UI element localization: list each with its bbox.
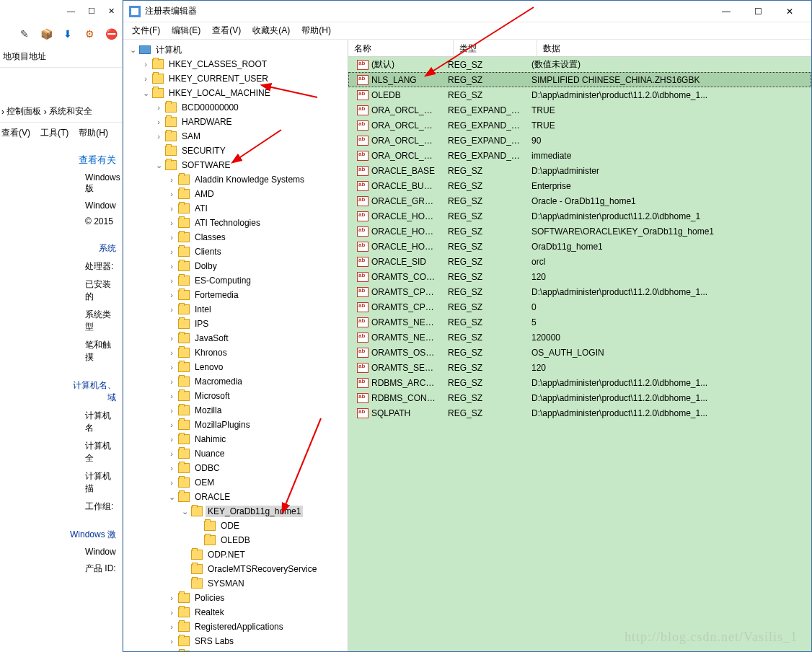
- value-row[interactable]: ORACLE_SIDREG_SZorcl: [348, 254, 811, 269]
- maximize-button[interactable]: ☐: [742, 1, 774, 22]
- expand-icon[interactable]: ›: [167, 334, 177, 343]
- maximize-icon[interactable]: ☐: [88, 6, 95, 16]
- value-row[interactable]: (默认)REG_SZ(数值未设置): [348, 57, 811, 72]
- tree-label[interactable]: KEY_OraDb11g_home1: [206, 506, 303, 517]
- tree-node[interactable]: ›Nahimic: [123, 432, 348, 446]
- menu-file[interactable]: 文件(F): [128, 23, 164, 38]
- tree-node[interactable]: ›Nuance: [123, 446, 348, 461]
- tree-node[interactable]: ›OEM: [123, 475, 348, 490]
- regedit-titlebar[interactable]: 注册表编辑器 — ☐ ✕: [123, 1, 811, 22]
- expand-icon[interactable]: ›: [167, 449, 177, 458]
- value-row[interactable]: ORACLE_GRO...REG_SZOracle - OraDb11g_hom…: [348, 193, 811, 208]
- expand-icon[interactable]: ›: [167, 363, 177, 371]
- expand-icon[interactable]: ›: [141, 60, 151, 69]
- value-row[interactable]: ORAMTS_OSC...REG_SZOS_AUTH_LOGIN: [348, 345, 811, 360]
- value-row[interactable]: SQLPATHREG_SZD:\app\administer\product\1…: [348, 405, 811, 420]
- tree-node[interactable]: ›Policies: [123, 591, 348, 605]
- tree-label[interactable]: Khronos: [193, 347, 229, 358]
- expand-icon[interactable]: ›: [167, 637, 177, 646]
- tree-node[interactable]: ›SAM: [123, 129, 348, 144]
- col-type[interactable]: 类型: [454, 40, 537, 56]
- tree-node[interactable]: IPS: [123, 317, 348, 331]
- tree-label[interactable]: SECURITY: [180, 145, 228, 157]
- tree-node[interactable]: ODE: [123, 519, 348, 533]
- tree-node[interactable]: OLEDB: [123, 533, 348, 547]
- tree-label[interactable]: HKEY_CURRENT_USER: [167, 73, 270, 84]
- expand-icon[interactable]: ›: [167, 420, 177, 429]
- value-row[interactable]: ORAMTS_CON...REG_SZ120: [348, 269, 811, 284]
- expand-icon[interactable]: ›: [141, 74, 151, 83]
- value-row[interactable]: ORACLE_HOMEREG_SZD:\app\administer\produ…: [348, 208, 811, 224]
- tree-node[interactable]: ›HKEY_CURRENT_USER: [123, 71, 348, 86]
- tree-node[interactable]: ⌄SOFTWARE: [123, 158, 348, 172]
- tree-node[interactable]: ›Dolby: [123, 259, 348, 273]
- tree-label[interactable]: ODE: [219, 520, 242, 532]
- tree-node[interactable]: ›Mozilla: [123, 403, 348, 418]
- pencil-icon[interactable]: ✎: [18, 27, 31, 40]
- value-row[interactable]: ORAMTS_NET...REG_SZ120000: [348, 330, 811, 345]
- expand-icon[interactable]: ›: [154, 118, 164, 126]
- tree-label[interactable]: AMD: [193, 188, 216, 200]
- value-row[interactable]: ORAMTS_NET...REG_SZ5: [348, 314, 811, 330]
- tree-label[interactable]: Microsoft: [193, 390, 232, 402]
- tree-node[interactable]: ›Classes: [123, 230, 348, 244]
- registry-tree[interactable]: ⌄计算机›HKEY_CLASSES_ROOT›HKEY_CURRENT_USER…: [123, 40, 348, 651]
- download-icon[interactable]: ⬇: [61, 27, 74, 40]
- tree-label[interactable]: Dolby: [193, 260, 219, 272]
- value-row[interactable]: ORACLE_BUN...REG_SZEnterprise: [348, 178, 811, 193]
- tree-node[interactable]: ›ES-Computing: [123, 273, 348, 288]
- expand-icon[interactable]: ›: [167, 348, 177, 357]
- expand-icon[interactable]: ›: [154, 132, 164, 141]
- tree-node[interactable]: ›ATI Technologies: [123, 216, 348, 230]
- value-row[interactable]: RDBMS_CONT...REG_SZD:\app\administer\pro…: [348, 390, 811, 405]
- tree-node[interactable]: ›SRS Labs: [123, 634, 348, 648]
- expand-icon[interactable]: ›: [167, 622, 177, 631]
- tree-label[interactable]: Classes: [193, 232, 228, 243]
- col-data[interactable]: 数据: [537, 40, 811, 56]
- tree-node[interactable]: ›Microsoft: [123, 389, 348, 403]
- tree-label[interactable]: MozillaPlugins: [193, 419, 252, 431]
- tree-node[interactable]: ⌄ORACLE: [123, 490, 348, 504]
- tree-label[interactable]: Nuance: [193, 448, 226, 459]
- tree-label[interactable]: Lenovo: [193, 361, 225, 373]
- value-row[interactable]: ORA_ORCL_SH...REG_EXPAND_SZTRUE: [348, 118, 811, 133]
- menu-help[interactable]: 帮助(H): [297, 23, 335, 38]
- close-icon[interactable]: ✕: [108, 6, 115, 16]
- tree-node[interactable]: ⌄HKEY_LOCAL_MACHINE: [123, 86, 348, 100]
- expand-icon[interactable]: ›: [167, 204, 177, 213]
- tree-node[interactable]: ›Macromedia: [123, 374, 348, 389]
- gear-icon[interactable]: ⚙: [83, 27, 96, 40]
- tree-node[interactable]: OracleMTSRecoveryService: [123, 562, 348, 576]
- tree-label[interactable]: ATI: [193, 203, 210, 214]
- value-row[interactable]: ORA_ORCL_SH...REG_EXPAND_SZimmediate: [348, 148, 811, 163]
- list-header[interactable]: 名称 类型 数据: [348, 40, 811, 57]
- tree-label[interactable]: ODBC: [193, 462, 222, 474]
- tree-label[interactable]: HARDWARE: [180, 116, 234, 128]
- expand-icon[interactable]: ›: [167, 435, 177, 444]
- tree-node[interactable]: ⌄计算机: [123, 43, 348, 57]
- value-row[interactable]: ORA_ORCL_SH...REG_EXPAND_SZ90: [348, 133, 811, 148]
- tree-label[interactable]: SOFTWARE: [180, 159, 233, 171]
- tree-node[interactable]: ›HKEY_CLASSES_ROOT: [123, 57, 348, 71]
- expand-icon[interactable]: ›: [167, 392, 177, 400]
- expand-icon[interactable]: ›: [167, 478, 177, 487]
- expand-icon[interactable]: ›: [167, 262, 177, 270]
- tree-node[interactable]: ›RegisteredApplications: [123, 620, 348, 634]
- tree-label[interactable]: Fortemedia: [193, 289, 241, 301]
- tree-label[interactable]: JavaSoft: [193, 332, 231, 344]
- expand-icon[interactable]: ⌄: [180, 507, 190, 516]
- value-row[interactable]: ORAMTS_CP_T...REG_SZ0: [348, 299, 811, 314]
- col-name[interactable]: 名称: [348, 40, 454, 56]
- value-row[interactable]: NLS_LANGREG_SZSIMPLIFIED CHINESE_CHINA.Z…: [348, 72, 811, 87]
- expand-icon[interactable]: ›: [167, 594, 177, 602]
- stop-icon[interactable]: ⛔: [105, 27, 118, 40]
- tree-node[interactable]: ›Waves Audio: [123, 648, 348, 651]
- tree-node[interactable]: ›BCD00000000: [123, 100, 348, 115]
- tree-label[interactable]: ATI Technologies: [193, 217, 262, 229]
- tree-label[interactable]: OLEDB: [219, 534, 252, 546]
- tree-label[interactable]: Mozilla: [193, 405, 224, 416]
- expand-icon[interactable]: ›: [167, 190, 177, 198]
- value-row[interactable]: OLEDBREG_SZD:\app\administer\product\11.…: [348, 87, 811, 102]
- tree-label[interactable]: Intel: [193, 304, 213, 315]
- tree-label[interactable]: Clients: [193, 246, 224, 257]
